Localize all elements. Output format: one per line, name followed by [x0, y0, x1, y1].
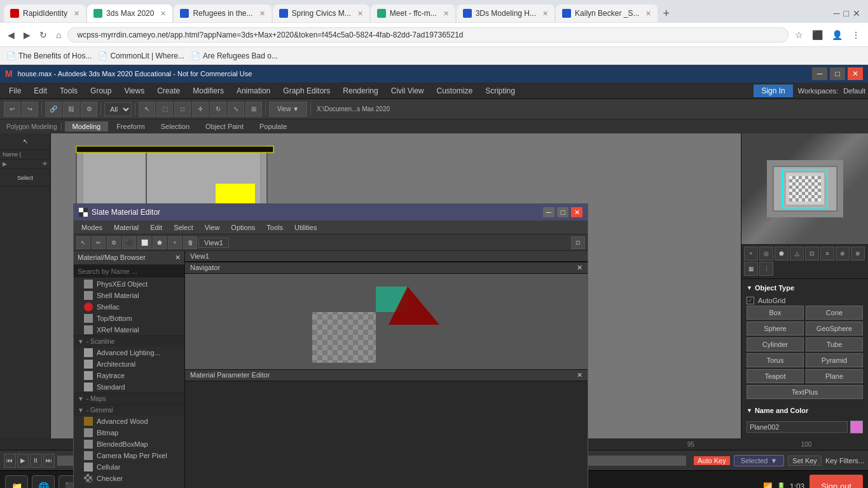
pause-button[interactable]: ⏸ [30, 454, 42, 468]
mat-item-topbottom[interactable]: Top/Bottom [74, 313, 184, 324]
obj-btn-textplus[interactable]: TextPlus [747, 385, 863, 399]
slate-menu-utilities[interactable]: Utilities [289, 223, 322, 232]
obj-btn-geosphere[interactable]: GeoSphere [806, 322, 863, 336]
tab-meet[interactable]: Meet - ffc-m... ✕ [371, 4, 455, 22]
obj-btn-pyramid[interactable]: Pyramid [806, 353, 863, 367]
scanline-section[interactable]: ▼ - Scanline [74, 336, 184, 347]
menu-rendering[interactable]: Rendering [336, 85, 384, 97]
forward-button[interactable]: ▶ [21, 29, 33, 41]
slate-tb-btn-2[interactable]: ✏ [92, 236, 106, 249]
tab-civics[interactable]: Spring Civics M... ✕ [273, 4, 369, 22]
next-frame-button[interactable]: ⏭ [43, 454, 55, 468]
undo-button[interactable]: ↩ [4, 102, 20, 117]
tab-object-paint[interactable]: Object Paint [198, 121, 251, 132]
slate-tb-btn-3[interactable]: ⚙ [107, 236, 121, 249]
mat-item-architectural[interactable]: Architectural [74, 358, 184, 370]
bookmark-benefits[interactable]: 📄 The Benefits of Hos... [6, 51, 92, 60]
obj-btn-box[interactable]: Box [747, 306, 804, 320]
mat-item-advanced-wood[interactable]: Advanced Wood [74, 416, 184, 427]
rect-select-button[interactable]: □ [174, 102, 191, 117]
tab-rapididentity[interactable]: RapidIdentity ✕ [4, 4, 86, 22]
menu-scripting[interactable]: Scripting [479, 85, 521, 97]
address-bar[interactable]: wcpss-myrrdin.cameyo.net/app.html?appNam… [67, 27, 789, 43]
back-button[interactable]: ◀ [5, 29, 17, 41]
menu-file[interactable]: File [3, 85, 27, 97]
menu-group[interactable]: Group [84, 85, 118, 97]
slate-minimize-button[interactable]: ─ [543, 207, 555, 217]
link-button[interactable]: 🔗 [45, 102, 62, 117]
home-button[interactable]: ⌂ [53, 29, 64, 41]
mat-item-shellac[interactable]: Shellac [74, 301, 184, 313]
menu-modifiers[interactable]: Modifiers [186, 85, 230, 97]
menu-animation[interactable]: Animation [230, 85, 277, 97]
obj-btn-tube[interactable]: Tube [806, 337, 863, 351]
taskbar-browser-icon[interactable]: 🌐 [32, 475, 55, 489]
left-eye-icon[interactable]: 👁 [42, 161, 48, 167]
tool-btn-3[interactable]: ⬟ [775, 247, 789, 261]
mat-param-close-icon[interactable]: ✕ [577, 371, 582, 379]
slate-tb-btn-end[interactable]: ⊡ [571, 236, 585, 249]
object-name-input[interactable] [747, 421, 848, 433]
sign-out-button[interactable]: Sign out [809, 475, 863, 489]
obj-btn-teapot[interactable]: Teapot [747, 369, 804, 383]
mat-item-standard[interactable]: Standard [74, 381, 184, 393]
obj-btn-sphere[interactable]: Sphere [747, 322, 804, 336]
select-btn[interactable]: Select [0, 169, 50, 187]
mat-item-raytrace[interactable]: Raytrace [74, 370, 184, 381]
slate-menu-material[interactable]: Material [109, 223, 144, 232]
navigator-close-icon[interactable]: ✕ [577, 264, 582, 272]
app-maximize-button[interactable]: □ [830, 67, 845, 80]
tab-close-icon[interactable]: ✕ [259, 10, 265, 18]
bookmark-commonlit[interactable]: 📄 CommonLit | Where... [98, 51, 184, 60]
tab-close-icon[interactable]: ✕ [74, 10, 79, 18]
close-browser-icon[interactable]: ✕ [853, 8, 860, 18]
tool-btn-4[interactable]: △ [790, 247, 804, 261]
obj-btn-plane[interactable]: Plane [806, 369, 863, 383]
tool-btn-5[interactable]: ⊡ [805, 247, 819, 261]
tab-close-icon[interactable]: ✕ [645, 10, 651, 18]
mat-item-shell[interactable]: Shell Material [74, 290, 184, 301]
view-dropdown-button[interactable]: View ▼ [269, 102, 307, 117]
sign-in-button[interactable]: Sign In [754, 85, 792, 97]
profile-icon[interactable]: 👤 [829, 29, 845, 41]
tab-close-icon[interactable]: ✕ [160, 10, 166, 18]
slate-menu-select[interactable]: Select [169, 223, 198, 232]
mat-item-camera-map[interactable]: Camera Map Per Pixel [74, 450, 184, 461]
mirror-button[interactable]: ⊞ [245, 102, 262, 117]
bind-button[interactable]: ⚙ [81, 102, 97, 117]
tool-btn-10[interactable]: ⋮ [759, 262, 773, 276]
play-button[interactable]: ▶ [17, 454, 29, 468]
scale-button[interactable]: ⤡ [228, 102, 244, 117]
slate-menu-edit[interactable]: Edit [145, 223, 167, 232]
slate-tb-btn-1[interactable]: ↖ [76, 236, 90, 249]
slate-tb-btn-6[interactable]: ⬟ [153, 236, 167, 249]
minimize-browser-icon[interactable]: ─ [834, 8, 840, 18]
prev-frame-button[interactable]: ⏮ [4, 454, 16, 468]
mat-item-cellular[interactable]: Cellular [74, 461, 184, 473]
tool-btn-9[interactable]: ▦ [744, 262, 758, 276]
tab-3dsmax[interactable]: 3ds Max 2020 ✕ [87, 4, 172, 22]
extensions-icon[interactable]: ⬛ [809, 29, 825, 41]
slate-menu-options[interactable]: Options [226, 223, 260, 232]
selection-filter-dropdown[interactable]: All [104, 102, 132, 116]
color-swatch[interactable] [850, 421, 863, 433]
mat-browser-close-icon[interactable]: ✕ [175, 254, 181, 262]
tab-close-icon[interactable]: ✕ [443, 10, 449, 18]
bookmark-refugees[interactable]: 📄 Are Refugees Bad o... [191, 51, 278, 60]
tab-close-icon[interactable]: ✕ [357, 10, 363, 18]
app-close-button[interactable]: ✕ [848, 67, 863, 80]
add-button[interactable]: + [744, 247, 758, 261]
slate-tb-btn-5[interactable]: ⬜ [137, 236, 151, 249]
menu-create[interactable]: Create [151, 85, 186, 97]
tool-btn-2[interactable]: ◎ [759, 247, 773, 261]
redo-button[interactable]: ↪ [22, 102, 38, 117]
tab-refugees[interactable]: Refugees in the... ✕ [174, 4, 271, 22]
select-button[interactable]: ↖ [139, 102, 155, 117]
autogrid-checkbox[interactable] [747, 297, 754, 304]
keyfilters-button[interactable]: Key Filters... [825, 457, 864, 464]
tab-populate[interactable]: Populate [252, 121, 294, 132]
tab-freeform[interactable]: Freeform [109, 121, 153, 132]
move-button[interactable]: ✛ [192, 102, 209, 117]
menu-icon[interactable]: ⋮ [849, 29, 863, 41]
menu-graph-editors[interactable]: Graph Editors [277, 85, 336, 97]
